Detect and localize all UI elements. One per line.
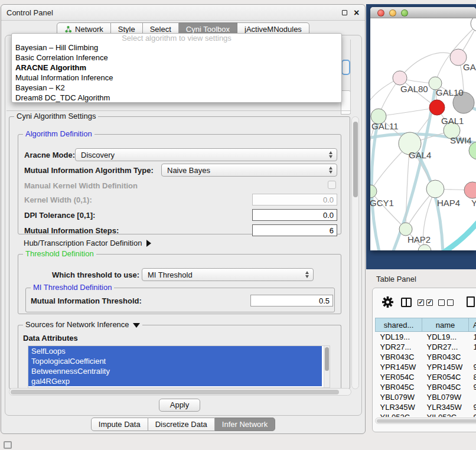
algorithm-option[interactable]: Mutual Information Inference xyxy=(12,73,341,83)
table-row[interactable]: YIL052CYIL052C9. xyxy=(376,412,476,418)
split-columns-icon[interactable] xyxy=(401,298,412,307)
table-cell[interactable]: YPR145W xyxy=(376,362,422,372)
algorithm-option[interactable]: Basic Correlation Inference xyxy=(12,53,341,63)
network-node[interactable] xyxy=(464,182,476,198)
scrollbar-thumb[interactable] xyxy=(325,347,329,371)
table-cell[interactable]: YPR145W xyxy=(422,362,469,372)
data-attributes-list[interactable]: SelfLoopsTopologicalCoefficientBetweenne… xyxy=(28,345,330,388)
table-cell[interactable]: YDR27... xyxy=(422,342,469,352)
tab-infer-network[interactable]: Infer Network xyxy=(215,418,275,431)
attributes-scrollbar[interactable] xyxy=(324,346,330,387)
float-window-button[interactable] xyxy=(340,8,350,18)
hub-transcription-factor-section[interactable]: Hub/Transcription Factor Definition xyxy=(24,239,151,247)
mi-threshold-input[interactable] xyxy=(250,295,333,306)
table-cell[interactable]: YBL079W xyxy=(376,392,422,402)
table-cell[interactable]: YER054C xyxy=(376,372,422,382)
split-divider xyxy=(406,299,407,306)
table-cell[interactable]: 12 xyxy=(469,342,476,352)
document-icon[interactable] xyxy=(467,296,475,307)
minimize-traffic-light[interactable] xyxy=(389,9,396,17)
table-row[interactable]: YPR145WYPR145W9. xyxy=(376,362,476,372)
table-cell[interactable]: YBR043C xyxy=(422,352,469,362)
table-cell[interactable] xyxy=(469,392,476,402)
table-cell[interactable]: 8. xyxy=(469,372,476,382)
tab-discretize-data[interactable]: Discretize Data xyxy=(148,418,215,431)
table-row[interactable]: YER054CYER054C8. xyxy=(376,372,476,382)
algorithm-option[interactable]: ARACNE Algorithm xyxy=(12,63,341,73)
network-edge[interactable] xyxy=(392,87,435,250)
manual-kernel-width-checkbox[interactable] xyxy=(328,181,336,189)
table-cell[interactable]: 9. xyxy=(469,402,476,412)
aracne-mode-combo[interactable]: Discovery xyxy=(75,148,337,161)
table-cell[interactable]: YBR045C xyxy=(376,382,422,392)
zoom-traffic-light[interactable] xyxy=(401,9,408,17)
table-cell[interactable]: YLR345W xyxy=(376,402,422,412)
dpi-tolerance-input[interactable] xyxy=(252,209,337,221)
collapsed-panel-handle[interactable] xyxy=(4,441,12,449)
close-traffic-light[interactable] xyxy=(377,9,384,17)
deselect-all-columns-icon[interactable] xyxy=(438,299,454,306)
table-cell[interactable] xyxy=(469,352,476,362)
gear-icon[interactable] xyxy=(382,296,393,308)
table-cell[interactable]: YDR27... xyxy=(376,342,422,352)
tab-impute-data[interactable]: Impute Data xyxy=(91,418,148,431)
table-row[interactable]: YLR345WYLR345W9. xyxy=(376,402,476,412)
table-row[interactable]: YDL19...YDL19...13 xyxy=(376,332,476,342)
table-cell[interactable]: YBL079W xyxy=(422,392,469,402)
table-row[interactable]: YDR27...YDR27...12 xyxy=(376,342,476,352)
network-edge[interactable] xyxy=(400,53,458,78)
table-cell[interactable]: YBR045C xyxy=(422,382,469,392)
table-cell[interactable]: YDL19... xyxy=(376,332,422,342)
scrollbar-thumb[interactable] xyxy=(353,122,358,197)
table-cell[interactable]: 9. xyxy=(469,382,476,392)
network-node[interactable] xyxy=(426,180,444,198)
attribute-item[interactable]: SelfLoops xyxy=(28,346,322,356)
table-cell[interactable]: YDL19... xyxy=(422,332,469,342)
algorithm-option[interactable]: Bayesian – K2 xyxy=(12,83,341,93)
tab-network-label: Network xyxy=(75,25,103,34)
network-edge[interactable] xyxy=(370,191,406,229)
network-node[interactable] xyxy=(471,18,476,31)
sources-group-title[interactable]: Sources for Network Inference xyxy=(23,320,142,329)
table-row[interactable]: YBL079WYBL079W xyxy=(376,392,476,402)
attribute-item[interactable]: TopologicalCoefficient xyxy=(28,356,322,366)
network-node[interactable] xyxy=(429,100,445,115)
table-horizontal-scrollbar[interactable] xyxy=(375,418,476,424)
column-header-clipped[interactable]: A xyxy=(469,318,476,332)
table-cell[interactable]: YIL052C xyxy=(422,412,469,418)
algorithm-option[interactable]: Dream8 DC_TDC Algorithm xyxy=(12,93,341,103)
table-row[interactable]: YBR045CYBR045C9. xyxy=(376,382,476,392)
tab-infer-network-label: Infer Network xyxy=(222,420,268,429)
table-cell[interactable]: 9. xyxy=(469,412,476,418)
scrollbar-thumb[interactable] xyxy=(377,419,476,423)
which-threshold-combo[interactable]: MI Threshold xyxy=(142,268,314,281)
network-node[interactable] xyxy=(370,185,377,198)
network-node[interactable] xyxy=(393,71,407,85)
table-cell[interactable]: 9. xyxy=(469,362,476,372)
network-node[interactable] xyxy=(399,223,412,236)
close-panel-button[interactable] xyxy=(352,8,361,18)
network-edge[interactable] xyxy=(439,217,476,250)
mi-steps-input[interactable] xyxy=(252,224,337,236)
table-cell[interactable]: 13 xyxy=(469,332,476,342)
settings-horizontal-scrollbar[interactable] xyxy=(9,388,351,396)
column-header-shared-name[interactable]: shared... xyxy=(376,318,422,332)
table-row[interactable]: YBR043CYBR043C xyxy=(376,352,476,362)
network-canvas[interactable]: GALGAL80GAL10GAL1GAL11SWI4GAL4GCY1HAP4YH… xyxy=(370,18,476,250)
network-node-label: Y xyxy=(471,198,476,208)
table-cell[interactable]: YER054C xyxy=(422,372,469,382)
scrollbar-thumb[interactable] xyxy=(11,390,339,394)
kernel-width-input[interactable] xyxy=(252,194,337,206)
settings-vertical-scrollbar[interactable] xyxy=(351,116,359,389)
network-edge[interactable] xyxy=(379,107,437,116)
attribute-item[interactable]: gal4RGexp xyxy=(28,376,322,386)
apply-button[interactable]: Apply xyxy=(159,399,200,412)
select-all-columns-icon[interactable] xyxy=(418,299,433,306)
table-cell[interactable]: YLR345W xyxy=(422,402,469,412)
table-cell[interactable]: YIL052C xyxy=(376,412,422,418)
algorithm-option[interactable]: Bayesian – Hill Climbing xyxy=(12,43,341,53)
column-header-name[interactable]: name xyxy=(422,318,469,332)
table-cell[interactable]: YBR043C xyxy=(376,352,422,362)
mi-algorithm-type-combo[interactable]: Naive Bayes xyxy=(161,164,337,177)
attribute-item[interactable]: BetweennessCentrality xyxy=(28,366,322,376)
